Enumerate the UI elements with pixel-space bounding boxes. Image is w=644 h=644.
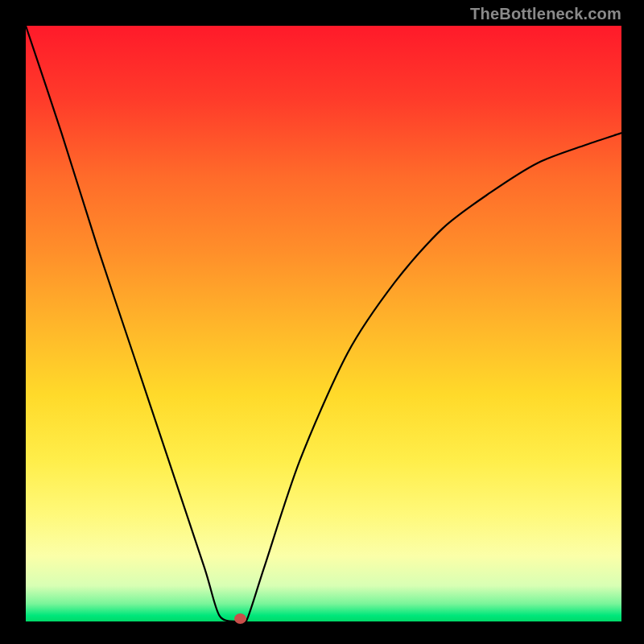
bottleneck-curve-path xyxy=(26,26,621,625)
optimum-dot xyxy=(234,613,246,624)
curve-layer xyxy=(26,26,621,621)
plot-area xyxy=(26,26,621,621)
chart-frame: TheBottleneck.com xyxy=(0,0,644,644)
attribution-text: TheBottleneck.com xyxy=(470,5,621,23)
